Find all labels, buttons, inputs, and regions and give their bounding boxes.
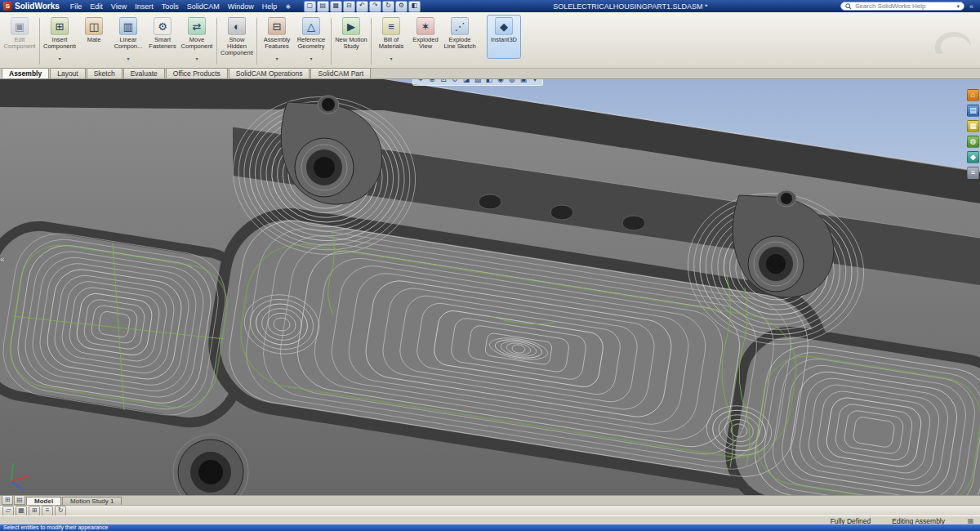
command-manager-tabs: Assembly Layout Sketch Evaluate Office P… [0, 69, 980, 79]
reference-geometry-icon: △ [302, 17, 320, 35]
command-manager-ribbon: ▣ Edit Component ⊞ Insert Components ▾ ◫… [0, 12, 980, 69]
status-message: Select entities to modify their appearan… [0, 524, 980, 531]
menu-solidcam[interactable]: SolidCAM [183, 2, 224, 11]
taskpane-expand-icon[interactable]: « [966, 2, 977, 11]
ribbon-separator [216, 18, 217, 65]
section-view-icon[interactable]: ◪ [461, 79, 471, 84]
ribbon-button-label: Reference Geometry [295, 37, 327, 56]
split-view-icon[interactable]: ⊞ [29, 506, 40, 516]
app-name: SolidWorks [15, 2, 60, 11]
chevron-down-icon[interactable]: ▾ [195, 56, 198, 61]
refresh-view-icon[interactable]: ↻ [55, 506, 66, 516]
view-target-icon[interactable]: ⌖ [416, 79, 425, 84]
grid-display-icon[interactable]: ▦ [16, 506, 27, 516]
viewport-canvas[interactable] [0, 79, 980, 495]
tab-assembly[interactable]: Assembly [2, 68, 49, 78]
document-title: SOLELECTRICALHOUSINGPART1.SLDASM * [422, 2, 839, 11]
menu-edit[interactable]: Edit [86, 2, 107, 11]
menu-view[interactable]: View [107, 2, 131, 11]
search-input[interactable]: Search SolidWorks Help [855, 2, 953, 10]
view-palette-icon[interactable]: ◍ [967, 136, 979, 148]
rebuild-icon[interactable]: ↻ [382, 1, 394, 12]
chevron-down-icon[interactable]: ▾ [390, 56, 392, 61]
ribbon-separator [371, 18, 372, 65]
solidworks-resources-icon[interactable]: ⌂ [967, 89, 979, 101]
ribbon-button-insert-components[interactable]: ⊞ Insert Components ▾ [42, 15, 77, 64]
menu-file[interactable]: File [66, 2, 87, 11]
ribbon-button-move-component[interactable]: ⇄ Move Component ▾ [180, 15, 214, 64]
tab-solidcam-operations[interactable]: SolidCAM Operations [229, 68, 310, 78]
search-scope-chevron-icon[interactable]: ▾ [956, 3, 960, 10]
ribbon-button-reference-geometry[interactable]: △ Reference Geometry ▾ [294, 15, 328, 64]
ribbon-button-edit-component[interactable]: ▣ Edit Component [2, 15, 37, 59]
menu-tools[interactable]: Tools [158, 2, 183, 11]
hide-show-items-icon[interactable]: ◉ [496, 79, 506, 84]
ribbon-button-linear-component[interactable]: ▥ Linear Compon... ▾ [111, 15, 145, 64]
tab-layout[interactable]: Layout [50, 68, 86, 78]
quick-access-toolbar: ▢ ▤ ▦ ⊟ ↶ ↷ ↻ ⚙ ◧ [304, 1, 421, 12]
ribbon-button-label: Bill of Materials [375, 37, 408, 56]
search-box[interactable]: Search SolidWorks Help ▾ [840, 2, 964, 11]
zoom-fit-icon[interactable]: ⊕ [427, 79, 437, 84]
tab-model[interactable]: Model [26, 497, 61, 505]
previous-view-icon[interactable]: ↺ [450, 79, 460, 84]
menu-window[interactable]: Window [224, 2, 258, 11]
undo-icon[interactable]: ↶ [356, 1, 368, 12]
ribbon-button-instant3d[interactable]: ◆ Instant3D [487, 15, 521, 59]
app-logo: S SolidWorks [3, 2, 60, 11]
apply-scene-icon[interactable]: ▣ [519, 79, 528, 84]
tab-motion-study-1[interactable]: Motion Study 1 [62, 497, 122, 505]
status-bar: Fully Defined Editing Assembly ▦ Select … [0, 515, 980, 531]
edit-appearance-icon[interactable]: ◧ [408, 1, 421, 12]
list-view-icon[interactable]: ≡ [42, 506, 53, 516]
pin-menu-icon[interactable]: ∗ [281, 2, 296, 11]
menu-help[interactable]: Help [258, 2, 282, 11]
tab-solidcam-part[interactable]: SolidCAM Part [310, 68, 371, 78]
open-document-icon[interactable]: ▤ [317, 1, 329, 12]
ribbon-button-label: Insert Components [43, 37, 76, 56]
ribbon-button-bill-of-materials[interactable]: ≡ Bill of Materials ▾ [374, 15, 408, 64]
view-settings-chevron-icon[interactable]: ▾ [530, 79, 540, 84]
model-tabs-bar: ⊞ ▤ Model Motion Study 1 [0, 495, 980, 505]
tab-office-products[interactable]: Office Products [166, 68, 228, 78]
new-document-icon[interactable]: ▢ [304, 1, 316, 12]
tab-sketch[interactable]: Sketch [87, 68, 122, 78]
instant3d-icon: ◆ [495, 17, 513, 35]
ribbon-button-explode-line-sketch[interactable]: ⋰ Explode Line Sketch [443, 15, 477, 59]
appearances-icon[interactable]: ◆ [967, 151, 979, 163]
edit-appearance-icon[interactable]: ◍ [507, 79, 517, 84]
display-style-icon[interactable]: ◧ [484, 79, 494, 84]
tab-evaluate[interactable]: Evaluate [123, 68, 165, 78]
save-icon[interactable]: ▦ [330, 1, 342, 12]
zoom-area-icon[interactable]: ⊡ [439, 79, 448, 84]
view-orientation-icon[interactable]: ▧ [473, 79, 483, 84]
featuremanager-collapse-arrow-icon[interactable]: « [0, 255, 5, 264]
chevron-down-icon[interactable]: ▾ [275, 56, 278, 61]
design-library-icon[interactable]: ▤ [967, 105, 979, 117]
ribbon-button-new-motion-study[interactable]: ▶ New Motion Study [334, 15, 368, 59]
tab-scroll-right-icon[interactable]: ▤ [14, 495, 25, 505]
status-editing-mode: Editing Assembly [892, 517, 945, 525]
custom-properties-icon[interactable]: ≡ [967, 167, 979, 179]
ribbon-button-label: Assembly Features [261, 37, 293, 56]
ribbon-button-mate[interactable]: ◫ Mate [77, 15, 111, 59]
options-icon[interactable]: ⚙ [395, 1, 408, 12]
units-grid-icon[interactable]: ▦ [966, 517, 975, 524]
chevron-down-icon[interactable]: ▾ [58, 56, 60, 61]
heads-up-view-toolbar: ⌖ ⊕ ⊡ ↺ ◪ ▧ ◧ ◉ ◍ ▣ ▾ [412, 79, 543, 86]
tab-scroll-left-icon[interactable]: ⊞ [2, 495, 13, 505]
status-definition-state: Fully Defined [831, 517, 871, 525]
ribbon-button-assembly-features[interactable]: ⊟ Assembly Features ▾ [260, 15, 294, 64]
ribbon-button-show-hidden-components[interactable]: ◐ Show Hidden Components [220, 15, 254, 59]
mate-icon: ◫ [85, 17, 103, 35]
chevron-down-icon[interactable]: ▾ [127, 56, 129, 61]
chevron-down-icon[interactable]: ▾ [310, 56, 312, 61]
solidworks-logo-icon: S [3, 2, 12, 11]
redo-icon[interactable]: ↷ [369, 1, 381, 12]
ribbon-button-exploded-view[interactable]: ✶ Exploded View [408, 15, 443, 59]
window-layout-icon[interactable]: ▱ [2, 506, 14, 516]
file-explorer-icon[interactable]: ▦ [967, 120, 979, 132]
ribbon-button-smart-fasteners[interactable]: ⚙ Smart Fasteners [145, 15, 180, 59]
print-icon[interactable]: ⊟ [343, 1, 355, 12]
menu-insert[interactable]: Insert [131, 2, 158, 11]
